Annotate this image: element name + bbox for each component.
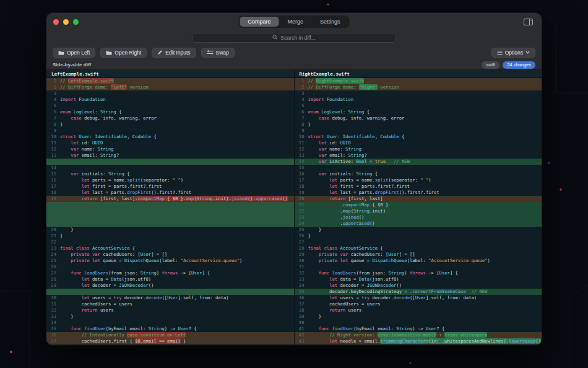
left-file-name: LeftExample.swift	[46, 70, 295, 77]
diff-line: 10struct User: Identifiable, Codable {	[295, 134, 542, 140]
diff-pane-left[interactable]: 1// LeftExample.swift2// DiffForge demo:…	[46, 78, 295, 345]
diff-line	[46, 214, 294, 221]
code-text: case debug, info, warning, error	[308, 115, 542, 121]
zoom-window-button[interactable]	[73, 19, 79, 25]
line-number: 19	[295, 190, 308, 196]
line-number: 9	[46, 128, 60, 134]
swap-button[interactable]: Swap	[201, 48, 235, 58]
open-left-button[interactable]: Open Left	[53, 48, 95, 58]
line-number: 26	[295, 233, 308, 239]
language-badge: swift	[482, 61, 499, 69]
code-text: let last = parts.dropFirst().first?.firs…	[308, 190, 542, 196]
diff-line: 34 let decoder = JSONDecoder()	[295, 283, 542, 289]
diff-status-bar: Side-by-side diff swift 24 changes	[46, 60, 542, 70]
line-number: 4	[46, 97, 60, 103]
options-button[interactable]: Options	[491, 48, 535, 58]
diff-line: 14 var isActive: Bool = true // NEW	[295, 159, 542, 165]
diff-line: 18 let last = parts.dropFirst().first?.f…	[46, 190, 294, 196]
search-placeholder: Search in diff...	[280, 35, 316, 41]
code-text: func findUser(byEmail email: String) -> …	[60, 326, 294, 332]
line-number: 16	[46, 177, 60, 183]
code-text: var name: String	[60, 146, 294, 152]
close-window-button[interactable]	[53, 19, 59, 25]
diff-line	[46, 159, 294, 165]
tab-merge[interactable]: Merge	[279, 17, 311, 27]
diff-line: 9	[295, 128, 542, 134]
line-number: 32	[46, 307, 60, 313]
code-text	[60, 239, 294, 245]
code-text: var initials: String {	[60, 171, 294, 177]
code-text: // DiffForge demo: "Right" version	[308, 84, 542, 90]
code-text: let parts = name.split(separator: " ")	[60, 177, 294, 183]
code-text: func loadUsers(from json: String) throws…	[60, 270, 294, 276]
line-number: 1	[295, 78, 308, 84]
titlebar: Compare Merge Settings	[46, 13, 542, 30]
minimize-window-button[interactable]	[63, 19, 69, 25]
diff-line: 20 return [first, last]	[295, 196, 542, 202]
line-number: 35	[295, 289, 308, 295]
line-number: 18	[46, 190, 60, 196]
diff-line: 25 private let queue = DispatchQueue(lab…	[46, 258, 294, 264]
open-right-button[interactable]: Open Right	[100, 48, 147, 58]
line-number: 29	[295, 252, 308, 258]
line-number: 13	[46, 152, 60, 159]
diff-line: 17 let parts = name.split(separator: " "…	[295, 177, 542, 183]
diff-line	[46, 221, 294, 227]
diff-line: 28final class AccountService {	[295, 245, 542, 252]
line-number: 28	[295, 245, 308, 252]
line-number: 17	[295, 177, 308, 183]
code-text: let decoder = JSONDecoder()	[308, 283, 542, 289]
diff-line: 5	[46, 103, 294, 109]
code-text: // LeftExample.swift	[60, 78, 294, 84]
line-number: 42	[295, 332, 308, 338]
diff-line: 34	[46, 320, 294, 326]
line-number: 39	[295, 313, 308, 320]
line-number: 22	[295, 208, 308, 214]
code-text: }	[308, 313, 542, 320]
code-text: import Foundation	[308, 97, 542, 103]
diff-line: 4import Foundation	[295, 97, 542, 103]
code-text: let parts = name.split(separator: " ")	[308, 177, 542, 183]
line-number: 37	[46, 338, 60, 344]
code-text: let last = parts.dropFirst().first?.firs…	[60, 190, 294, 196]
tab-settings[interactable]: Settings	[312, 17, 348, 27]
line-number: 32	[295, 270, 308, 276]
code-text: let decoder = JSONDecoder()	[60, 283, 294, 289]
diff-line: 20 }	[46, 227, 294, 233]
toggle-sidebar-button[interactable]	[521, 17, 535, 27]
code-text: let first = parts.first?.first	[60, 183, 294, 190]
code-text: decoder.keyDecodingStrategy = .convertFr…	[308, 289, 542, 295]
line-number: 30	[46, 295, 60, 301]
diff-line: 43 let needle = email.trimmingCharacters…	[295, 338, 542, 344]
diff-code-area: 1// LeftExample.swift2// DiffForge demo:…	[46, 78, 542, 345]
diff-line: 12 var name: String	[295, 146, 542, 152]
line-number: 8	[295, 121, 308, 128]
diff-pane-right[interactable]: 1// RightExample.swift2// DiffForge demo…	[295, 78, 542, 345]
line-number	[46, 289, 60, 295]
line-number: 37	[295, 301, 308, 307]
line-number	[46, 208, 60, 214]
line-number: 10	[46, 134, 60, 140]
diff-line	[46, 289, 294, 295]
diff-line: 9	[46, 128, 294, 134]
diff-line: 22	[46, 239, 294, 245]
line-number	[46, 221, 60, 227]
diff-line: 14	[46, 165, 294, 171]
line-number: 17	[46, 183, 60, 190]
line-number: 13	[295, 152, 308, 159]
edit-inputs-button[interactable]: Edit Inputs	[152, 48, 196, 58]
diff-line: 35 func findUser(byEmail email: String) …	[46, 326, 294, 332]
line-number: 10	[295, 134, 308, 140]
code-text: let users = try decoder.decode([User].se…	[308, 295, 542, 301]
code-text: // Right version: case-insensitive match…	[308, 332, 542, 338]
line-number: 9	[295, 128, 308, 134]
diff-line: 12 var name: String	[46, 146, 294, 152]
diff-line: 17 let first = parts.first?.first	[46, 183, 294, 190]
diff-line: 26}	[295, 233, 542, 239]
line-number: 1	[46, 78, 60, 84]
diff-mode-label: Side-by-side diff	[53, 62, 91, 68]
tab-compare[interactable]: Compare	[240, 17, 279, 27]
diff-line: 7 case debug, info, warning, error	[46, 115, 294, 121]
search-input[interactable]: Search in diff...	[192, 33, 396, 43]
line-number: 20	[295, 196, 308, 202]
